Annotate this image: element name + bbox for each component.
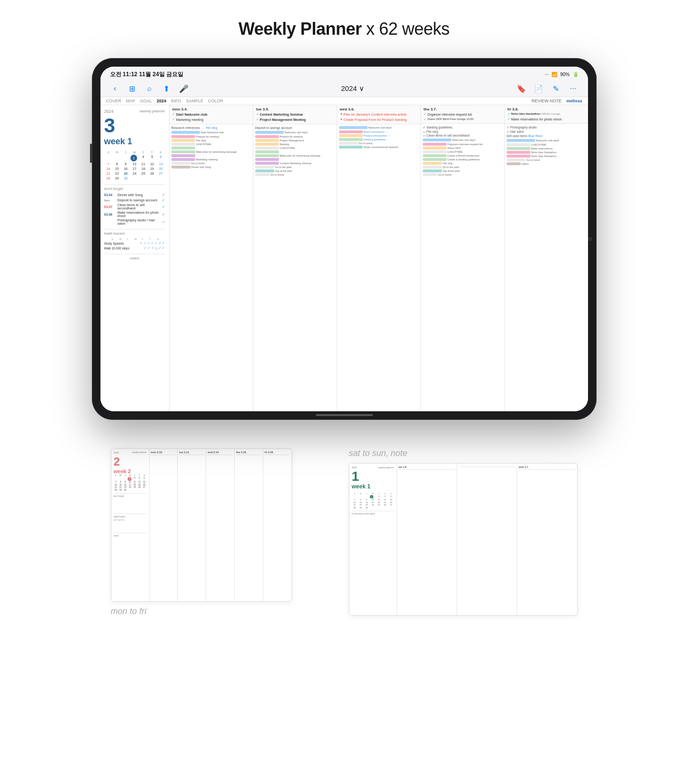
- search-icon[interactable]: ⌕: [144, 83, 155, 94]
- ipad-screen: 오전 11:12 11월 24일 금요일 ··· 📶 90% 🔋 ‹ ⊞ ⌕ ⬆…: [100, 67, 588, 411]
- habit-section: smtwtfs Study Spanish ✓ ✓ ✓ ✓ ✓ ✓ ✓ Walk…: [104, 238, 165, 251]
- status-icons: ··· 📶 90% 🔋: [545, 72, 578, 77]
- prev-wed: wed 2.14.: [206, 449, 235, 601]
- wed-tasks: Naduume club day3 Brand introduction → P…: [337, 124, 420, 411]
- sidebar-year: 2024: [104, 109, 114, 114]
- planner-content: 2024 weekly planner 3 week 1 smtwtfs 345…: [100, 105, 588, 411]
- day-wed: wed 3.6. ✦ Plan for January's Content in…: [337, 105, 421, 411]
- sidebar-planner-label: weekly planner: [140, 109, 165, 113]
- week-number: 3: [104, 116, 165, 136]
- wed-header: wed 3.6. ✦ Plan for January's Content in…: [337, 105, 420, 124]
- cal-header: smtwtfs: [104, 150, 165, 154]
- nav-info[interactable]: INFO: [171, 99, 181, 103]
- status-time: 오전 11:12 11월 24일 금요일: [110, 70, 184, 79]
- habit-row-1: Study Spanish ✓ ✓ ✓ ✓ ✓ ✓ ✓: [104, 241, 165, 245]
- mon-tasks: Research references → File vlog Start Na…: [170, 124, 253, 411]
- habit-headers: smtwtfs: [104, 238, 165, 240]
- prev-monfri-days: mon 2.10. tue 2.11. wed 2.14. thu 2.16. …: [150, 449, 291, 601]
- ipad-frame: 오전 11:12 11월 24일 금요일 ··· 📶 90% 🔋 ‹ ⊞ ⌕ ⬆…: [92, 58, 597, 420]
- year-label[interactable]: 2024 ∨: [341, 84, 364, 93]
- df-item-3: 03.07 Clean items to sell secondhand ✓: [104, 203, 165, 210]
- tue-tasks: Deposit to savings account Naduume club …: [253, 124, 337, 411]
- ipad-camera: [588, 237, 592, 241]
- dont-forget-title: don't forget: [104, 184, 165, 191]
- df-item-1: 03.04 Dinner with Song ✓: [104, 193, 165, 197]
- prev-mon: mon 2.10.: [150, 449, 178, 601]
- bottom-row: 2024 weekly planner 2 week 2 smtwtfs 345…: [92, 448, 597, 616]
- df-item-5: Photography studio / Hair salon ✓: [104, 218, 165, 225]
- home-bar: [316, 414, 373, 416]
- fri-header: fri 3.8. ✓ Noho Idea Hackathon Official …: [505, 105, 588, 124]
- nav-color[interactable]: COLOR: [208, 99, 223, 103]
- back-icon[interactable]: ‹: [110, 83, 120, 94]
- prev-mini-cal: smtwtfs 3456 78910111213 14151617181920 …: [114, 474, 147, 491]
- prev-satsun-sidebar: 2024 weekly planner 1 week 1 smtwtfs 345…: [349, 464, 397, 615]
- prev-sat: sat 1.6.: [397, 464, 457, 615]
- habit-row-2: Walk 10,000 steps ✓ ✓ ✓ △ ✓ ✓: [104, 246, 165, 250]
- page-title: Weekly Planner x 62 weeks: [239, 19, 449, 39]
- preview-sat-sun: 2024 weekly planner 1 week 1 smtwtfs 345…: [349, 463, 578, 615]
- fri-tasks: ✓ Photography studio ✓ Hair salon Sell u…: [505, 124, 588, 411]
- notes-label: notes: [104, 256, 165, 260]
- toolbar-right: 🔖 📄 ✎ ···: [516, 83, 578, 94]
- df-item-4: 03.08 Make reservations for photo shoot …: [104, 211, 165, 218]
- nav-cover[interactable]: COVER: [106, 99, 121, 103]
- nav-map[interactable]: MAP: [126, 99, 136, 103]
- prev-fri: fri 2.18.: [263, 449, 291, 601]
- nav-goal[interactable]: GOAL: [140, 99, 152, 103]
- grid-icon[interactable]: ⊞: [127, 83, 138, 94]
- edit-icon[interactable]: ✎: [550, 83, 561, 94]
- mon-header: mon 3.4. ✓ Start Naduume club ✓ Marketin…: [170, 105, 253, 124]
- preview-mon-fri-inner: 2024 weekly planner 2 week 2 smtwtfs 345…: [111, 449, 291, 601]
- status-bar: 오전 11:12 11월 24일 금요일 ··· 📶 90% 🔋: [100, 67, 588, 80]
- tue-header: tue 3.5. ✓ Content Marketing Seminar ✓ P…: [253, 105, 337, 124]
- preview-monfri-wrapper: 2024 weekly planner 2 week 2 smtwtfs 345…: [111, 448, 292, 616]
- mini-calendar: smtwtfs 3456 78910111213 14151617181920 …: [104, 150, 165, 180]
- preview-satsun-wrapper: sat to sun, note 2024 weekly planner 1 w…: [349, 448, 578, 615]
- day-mon: mon 3.4. ✓ Start Naduume club ✓ Marketin…: [170, 105, 253, 411]
- day-fri: fri 3.8. ✓ Noho Idea Hackathon Official …: [505, 105, 588, 411]
- prev-note: wed 1.7.: [517, 464, 577, 615]
- mon-to-fri-label: mon to fri: [111, 606, 147, 616]
- doc-icon[interactable]: 📄: [533, 83, 544, 94]
- prev-tue: tue 2.11.: [178, 449, 206, 601]
- more-icon[interactable]: ···: [568, 83, 578, 94]
- prev-sun: [457, 464, 517, 615]
- sat-to-sun-label: sat to sun, note: [349, 448, 408, 458]
- dont-forget-list: 03.04 Dinner with Song ✓ Sat/s Deposit t…: [104, 193, 165, 226]
- sidebar-header: 2024 weekly planner: [104, 109, 165, 114]
- day-thu: thu 3.7. ✓ Organize interview request li…: [421, 105, 505, 411]
- prev-satsun-days: sat 1.6. wed 1.7.: [397, 464, 577, 615]
- nav-2024[interactable]: 2024: [157, 99, 166, 103]
- toolbar: ‹ ⊞ ⌕ ⬆ 🎤 2024 ∨ 🔖 📄 ✎ ···: [100, 80, 588, 97]
- mic-icon[interactable]: 🎤: [179, 83, 189, 94]
- planner-nav: COVER MAP GOAL 2024 INFO SAMPLE COLOR RE…: [100, 97, 588, 105]
- prev-monfri-sidebar: 2024 weekly planner 2 week 2 smtwtfs 345…: [111, 449, 150, 601]
- ipad-side-button: [90, 144, 92, 163]
- notes-section: notes: [104, 254, 165, 407]
- nav-sample[interactable]: SAMPLE: [186, 99, 204, 103]
- habit-tracker-title: habit tracker: [104, 229, 165, 236]
- week-title: week 1: [104, 137, 165, 147]
- toolbar-left: ‹ ⊞ ⌕ ⬆ 🎤: [110, 83, 189, 94]
- thu-tasks: ✓ Seeding guidelines — File vlog — Clean…: [421, 124, 504, 411]
- days-area: mon 3.4. ✓ Start Naduume club ✓ Marketin…: [170, 105, 588, 411]
- day-tue: tue 3.5. ✓ Content Marketing Seminar ✓ P…: [253, 105, 337, 411]
- cal-body: 3456 78910111213 14151617181920 21222324…: [104, 155, 165, 180]
- df-item-2: Sat/s Deposit to savings account ✓: [104, 198, 165, 202]
- bookmark-icon[interactable]: 🔖: [516, 83, 527, 94]
- share-icon[interactable]: ⬆: [161, 83, 172, 94]
- sidebar: 2024 weekly planner 3 week 1 smtwtfs 345…: [100, 105, 170, 411]
- nav-review: REVIEW NOTE: [531, 99, 561, 103]
- preview-mon-fri: 2024 weekly planner 2 week 2 smtwtfs 345…: [111, 448, 292, 602]
- thu-header: thu 3.7. ✓ Organize interview request li…: [421, 105, 504, 124]
- nav-user: melissa: [566, 99, 582, 103]
- prev-thu: thu 2.16.: [235, 449, 263, 601]
